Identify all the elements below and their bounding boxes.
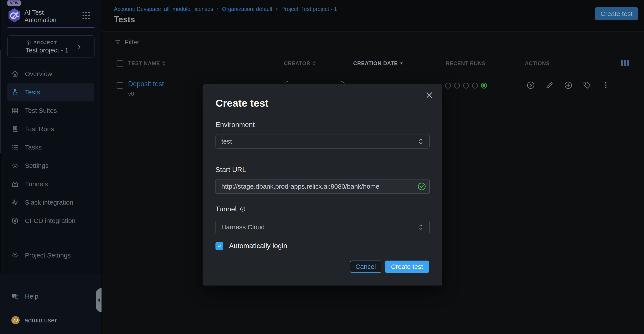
run-status-dot[interactable] (454, 83, 460, 89)
run-status-dot[interactable] (472, 83, 478, 89)
start-url-label-text: Start URL (216, 166, 246, 174)
user-name: admin user (24, 316, 57, 324)
avatar: AU (11, 316, 20, 324)
svg-text:?: ? (14, 294, 15, 297)
user-menu[interactable]: AU admin user (8, 312, 57, 328)
sidebar-item-cicd-integration[interactable]: CI-CD integration (8, 212, 94, 230)
sidebar-item-test-runs[interactable]: Test Runs (8, 120, 94, 138)
more-kebab-icon[interactable] (602, 81, 610, 90)
table-header: TEST NAME CREATOR CREATION DATE RECENT R… (102, 57, 644, 70)
sidebar-item-label: Test Runs (25, 125, 54, 133)
sidebar-item-label: Help (25, 293, 38, 300)
tag-icon[interactable] (583, 81, 592, 90)
auto-login-checkbox[interactable] (216, 242, 223, 250)
create-test-toolbar-button[interactable]: Create test (595, 7, 638, 20)
sidebar-item-label: Tunnels (25, 180, 48, 188)
test-tubes-icon (11, 125, 19, 133)
edit-pencil-icon[interactable] (545, 81, 554, 90)
sidebar-item-settings[interactable]: Settings (8, 156, 94, 175)
tunnel-select[interactable]: Harness Cloud (216, 220, 430, 234)
breadcrumb-separator: › (216, 6, 218, 13)
filter-icon (114, 39, 121, 46)
sidebar-item-overview[interactable]: Overview (8, 65, 94, 83)
sidebar-item-test-suites[interactable]: Test Suites (8, 101, 94, 120)
sidebar-item-slack-integration[interactable]: Slack integration (8, 193, 94, 212)
project-selector[interactable]: PROJECT Test project - 1 (8, 35, 94, 58)
sidebar-item-label: Settings (25, 162, 48, 170)
close-icon[interactable] (425, 91, 434, 99)
column-header-recent-runs: RECENT RUNS (446, 60, 486, 66)
row-checkbox[interactable] (116, 82, 123, 89)
play-run-icon[interactable] (526, 81, 535, 90)
test-name-link[interactable]: Deposit test (128, 80, 164, 88)
task-list-icon (11, 144, 19, 151)
sidebar-item-label: Slack integration (25, 199, 73, 206)
info-icon[interactable] (240, 206, 246, 212)
breadcrumb-organization[interactable]: Organization: default (222, 6, 272, 12)
app-title-line2: Automation (24, 16, 56, 24)
app-title: AI Test Automation (24, 9, 56, 24)
run-status-dot[interactable] (445, 83, 451, 89)
app-title-line1: AI Test (24, 9, 56, 16)
breadcrumb-project[interactable]: Project: Test project - 1 (281, 6, 337, 12)
cancel-button[interactable]: Cancel (350, 261, 382, 273)
column-settings-icon[interactable] (621, 60, 629, 66)
app-root: NEW AI Test Automation PROJECT T (0, 0, 644, 334)
sidebar-item-label: CI-CD integration (25, 217, 76, 225)
add-to-suite-icon[interactable] (564, 81, 572, 90)
column-label: CREATOR (284, 60, 310, 66)
sidebar-item-label: Tasks (25, 144, 42, 151)
sidebar-item-label: Test Suites (25, 107, 57, 114)
auto-login-row: Automatically login (216, 242, 287, 250)
collapse-arrow-icon (97, 298, 100, 302)
cube-icon (26, 40, 31, 45)
column-header-creator[interactable]: CREATOR (284, 60, 316, 66)
column-header-test-name[interactable]: TEST NAME (128, 60, 165, 66)
select-chevrons-icon (418, 223, 424, 231)
sort-desc-icon (400, 63, 403, 65)
app-logo-icon (8, 8, 22, 23)
recent-runs (445, 83, 487, 89)
sidebar-item-help[interactable]: ? Help (8, 287, 38, 306)
sidebar-item-project-settings[interactable]: Project Settings (8, 246, 94, 264)
sort-icon (162, 61, 165, 66)
select-all-checkbox[interactable] (116, 60, 123, 67)
run-status-dot[interactable] (481, 83, 487, 89)
tunnel-label: Tunnel (216, 205, 246, 213)
breadcrumb-account[interactable]: Account: Devspace_all_module_licenses (114, 6, 213, 12)
select-chevrons-icon (418, 138, 424, 145)
sidebar-item-tunnels[interactable]: Tunnels (8, 175, 94, 193)
test-version: v0 (128, 90, 134, 97)
environment-label-text: Environment (216, 121, 255, 129)
run-status-dot[interactable] (463, 83, 469, 89)
sidebar-item-tests[interactable]: Tests (8, 83, 94, 101)
filter-button[interactable]: Filter (114, 39, 139, 46)
sidebar-project-settings-section: Project Settings (0, 246, 102, 264)
page-header: Account: Devspace_all_module_licenses › … (102, 0, 644, 32)
help-chat-icon: ? (11, 293, 19, 300)
create-test-submit-button[interactable]: Create test (385, 261, 429, 273)
sidebar-item-label: Tests (25, 89, 40, 96)
column-label: RECENT RUNS (446, 60, 486, 66)
column-header-creation-date[interactable]: CREATION DATE (353, 60, 403, 66)
sidebar-item-tasks[interactable]: Tasks (8, 138, 94, 156)
app-switcher-icon[interactable] (82, 12, 90, 19)
row-actions (526, 81, 610, 90)
gear-icon (11, 162, 19, 170)
sidebar-item-label: Project Settings (25, 252, 71, 259)
project-card-name: Test project - 1 (26, 47, 68, 54)
cicd-link-icon (11, 217, 19, 225)
start-url-input[interactable] (216, 179, 430, 194)
column-header-actions: ACTIONS (525, 60, 550, 66)
grid-table-icon (11, 107, 19, 114)
tunnel-value: Harness Cloud (221, 223, 264, 231)
environment-select[interactable]: test (216, 134, 430, 149)
create-test-modal: Create test Environment test Start URL T… (202, 84, 442, 285)
flask-icon (11, 89, 19, 96)
filter-label: Filter (125, 39, 139, 46)
column-label: TEST NAME (128, 60, 160, 66)
page-title: Tests (114, 15, 135, 24)
sidebar-divider (8, 239, 94, 239)
sidebar-divider (8, 274, 94, 274)
sidebar-collapse-handle[interactable] (96, 288, 102, 312)
